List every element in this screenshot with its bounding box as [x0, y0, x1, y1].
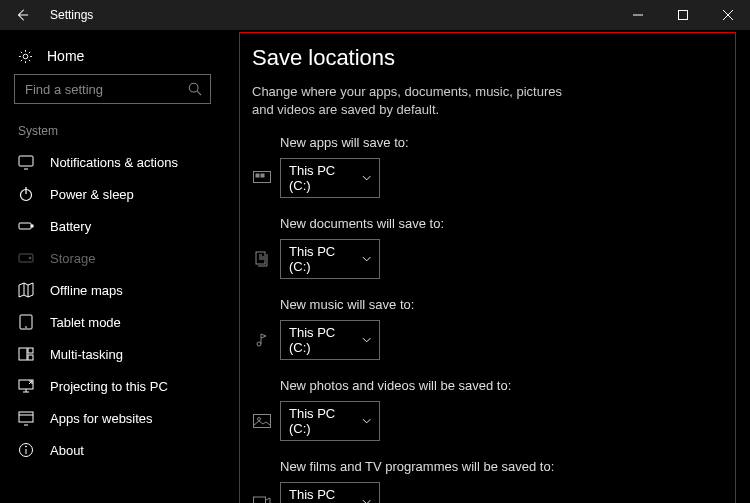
svg-rect-7 — [19, 156, 33, 166]
sidebar-item-label: Tablet mode — [50, 315, 121, 330]
main-content: Save locations Change where your apps, d… — [225, 30, 750, 503]
search-input[interactable] — [15, 75, 210, 103]
sidebar-item-projecting[interactable]: Projecting to this PC — [0, 370, 225, 402]
chevron-down-icon — [362, 254, 371, 264]
sidebar-item-label: Storage — [50, 251, 96, 266]
svg-point-5 — [189, 83, 198, 92]
sidebar-item-battery[interactable]: Battery — [0, 210, 225, 242]
svg-point-13 — [29, 257, 31, 259]
film-icon — [253, 495, 271, 503]
setting-label-documents: New documents will save to: — [252, 216, 723, 231]
sidebar-item-about[interactable]: About — [0, 434, 225, 466]
svg-rect-32 — [254, 497, 266, 503]
documents-icon — [254, 251, 270, 267]
chevron-down-icon — [362, 497, 371, 503]
svg-rect-27 — [261, 174, 264, 177]
sidebar-item-label: Offline maps — [50, 283, 123, 298]
chevron-down-icon — [362, 173, 371, 183]
svg-rect-10 — [19, 223, 31, 229]
sidebar: Home System Notifications & actions Powe… — [0, 30, 225, 503]
svg-rect-26 — [256, 174, 259, 177]
map-icon — [18, 282, 34, 298]
sidebar-item-label: Apps for websites — [50, 411, 153, 426]
dropdown-value: This PC (C:) — [289, 163, 356, 193]
films-location-dropdown[interactable]: This PC (C:) — [280, 482, 380, 503]
section-label: System — [0, 118, 225, 146]
power-icon — [18, 186, 34, 202]
home-label: Home — [47, 48, 84, 64]
setting-label-photos: New photos and videos will be saved to: — [252, 378, 723, 393]
sidebar-item-notifications[interactable]: Notifications & actions — [0, 146, 225, 178]
info-icon — [18, 442, 34, 458]
sidebar-item-tablet-mode[interactable]: Tablet mode — [0, 306, 225, 338]
svg-rect-16 — [19, 348, 27, 360]
sidebar-item-label: Projecting to this PC — [50, 379, 168, 394]
setting-label-films: New films and TV programmes will be save… — [252, 459, 723, 474]
maximize-button[interactable] — [660, 0, 705, 30]
sidebar-item-label: Power & sleep — [50, 187, 134, 202]
music-location-dropdown[interactable]: This PC (C:) — [280, 320, 380, 360]
tablet-icon — [18, 314, 34, 330]
svg-point-31 — [258, 418, 261, 421]
music-icon — [255, 332, 269, 348]
apps-location-dropdown[interactable]: This PC (C:) — [280, 158, 380, 198]
svg-rect-20 — [19, 412, 33, 422]
setting-label-music: New music will save to: — [252, 297, 723, 312]
documents-location-dropdown[interactable]: This PC (C:) — [280, 239, 380, 279]
sidebar-item-apps-websites[interactable]: Apps for websites — [0, 402, 225, 434]
minimize-icon — [633, 10, 643, 20]
sidebar-item-label: Multi-tasking — [50, 347, 123, 362]
chevron-down-icon — [362, 416, 371, 426]
maximize-icon — [678, 10, 688, 20]
sidebar-item-label: About — [50, 443, 84, 458]
storage-icon — [18, 250, 34, 266]
svg-rect-18 — [28, 355, 33, 360]
svg-rect-28 — [256, 252, 265, 264]
home-button[interactable]: Home — [0, 44, 225, 74]
svg-point-29 — [257, 342, 261, 346]
sidebar-item-storage: Storage — [0, 242, 225, 274]
close-button[interactable] — [705, 0, 750, 30]
sidebar-item-power[interactable]: Power & sleep — [0, 178, 225, 210]
search-icon — [188, 82, 202, 96]
apps-icon — [253, 171, 271, 185]
sidebar-item-multitasking[interactable]: Multi-tasking — [0, 338, 225, 370]
page-title: Save locations — [252, 45, 723, 71]
svg-line-6 — [197, 91, 201, 95]
svg-point-4 — [23, 54, 28, 59]
close-icon — [723, 10, 733, 20]
multitasking-icon — [18, 346, 34, 362]
projecting-icon — [18, 378, 34, 394]
svg-point-24 — [26, 446, 27, 447]
dropdown-value: This PC (C:) — [289, 325, 356, 355]
apps-websites-icon — [18, 410, 34, 426]
photos-location-dropdown[interactable]: This PC (C:) — [280, 401, 380, 441]
page-description: Change where your apps, documents, music… — [252, 83, 572, 119]
svg-rect-1 — [678, 11, 687, 20]
sidebar-item-label: Notifications & actions — [50, 155, 178, 170]
photos-icon — [253, 414, 271, 428]
arrow-left-icon — [15, 8, 29, 22]
minimize-button[interactable] — [615, 0, 660, 30]
gear-icon — [18, 49, 33, 64]
sidebar-item-label: Battery — [50, 219, 91, 234]
svg-rect-11 — [32, 225, 34, 227]
back-button[interactable] — [0, 0, 44, 30]
dropdown-value: This PC (C:) — [289, 406, 356, 436]
dropdown-value: This PC (C:) — [289, 244, 356, 274]
window-title: Settings — [50, 8, 615, 22]
sidebar-item-offline-maps[interactable]: Offline maps — [0, 274, 225, 306]
dropdown-value: This PC (C:) — [289, 487, 356, 503]
search-box[interactable] — [14, 74, 211, 104]
battery-icon — [18, 218, 34, 234]
notifications-icon — [18, 154, 34, 170]
svg-rect-30 — [254, 415, 271, 428]
chevron-down-icon — [362, 335, 371, 345]
svg-rect-17 — [28, 348, 33, 353]
setting-label-apps: New apps will save to: — [252, 135, 723, 150]
